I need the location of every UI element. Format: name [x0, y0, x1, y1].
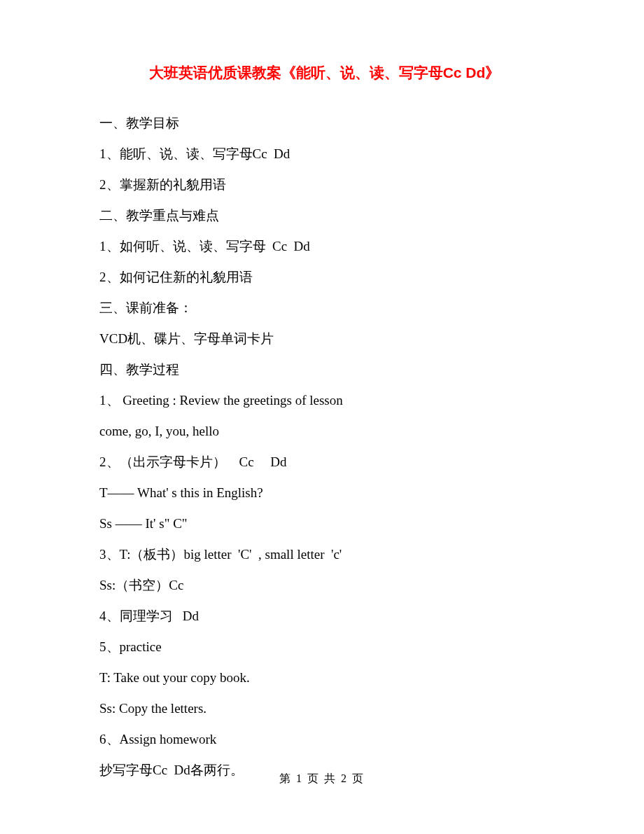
focus-item: 1、如何听、说、读、写字母 Cc Dd [99, 231, 550, 262]
focus-item: 2、如何记住新的礼貌用语 [99, 262, 550, 293]
process-step: Ss: Copy the letters. [99, 693, 550, 724]
section-heading-preparation: 三、课前准备： [99, 293, 550, 324]
page-container: 大班英语优质课教案《能听、说、读、写字母Cc Dd》 一、教学目标 1、能听、说… [0, 0, 644, 786]
process-step: 2、（出示字母卡片） Cc Dd [99, 447, 550, 478]
process-step: 1、 Greeting : Review the greetings of le… [99, 385, 550, 416]
process-step: 6、Assign homework [99, 724, 550, 755]
objective-item: 1、能听、说、读、写字母Cc Dd [99, 139, 550, 169]
process-step: 4、同理学习 Dd [99, 601, 550, 632]
process-step: 5、practice [99, 632, 550, 662]
section-heading-focus: 二、教学重点与难点 [99, 200, 550, 231]
section-heading-objectives: 一、教学目标 [99, 108, 550, 139]
process-step: come, go, I, you, hello [99, 416, 550, 447]
page-footer: 第 1 页 共 2 页 [0, 772, 644, 786]
process-step: 3、T:（板书）big letter 'C' , small letter 'c… [99, 539, 550, 570]
process-step: Ss:（书空）Cc [99, 570, 550, 601]
objective-item: 2、掌握新的礼貌用语 [99, 169, 550, 200]
section-heading-process: 四、教学过程 [99, 354, 550, 385]
process-step: Ss —— It' s" C" [99, 508, 550, 539]
process-step: T: Take out your copy book. [99, 662, 550, 693]
document-title: 大班英语优质课教案《能听、说、读、写字母Cc Dd》 [99, 63, 550, 83]
preparation-item: VCD机、碟片、字母单词卡片 [99, 324, 550, 354]
process-step: T—— What' s this in English? [99, 478, 550, 508]
